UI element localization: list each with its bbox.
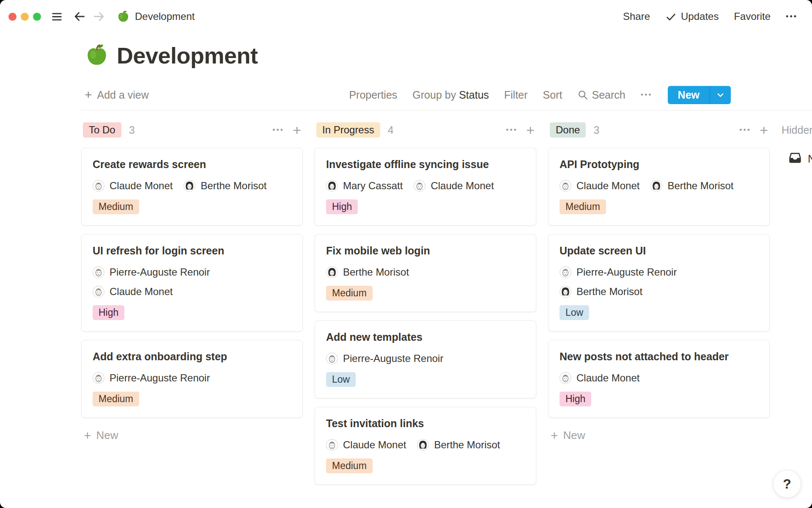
column-count: 3 — [129, 124, 135, 136]
hidden-columns-panel: Hidden No Status — [782, 122, 812, 167]
card-assignees: Pierre-Auguste Renoir Berthe Morisot — [560, 266, 758, 298]
kanban-card[interactable]: Create rewards screen Claude Monet Berth… — [81, 148, 303, 226]
assignee-name: Claude Monet — [576, 372, 639, 384]
sort-button[interactable]: Sort — [543, 89, 562, 101]
card-assignees: Berthe Morisot — [326, 266, 525, 278]
filter-button[interactable]: Filter — [504, 89, 528, 101]
card-assignees: Claude Monet Berthe Morisot — [560, 180, 758, 192]
group-by-button[interactable]: Group byStatus — [412, 89, 489, 101]
app-window: Development Share Updates Favorite ••• D… — [0, 0, 812, 508]
assignee-name: Berthe Morisot — [434, 439, 500, 451]
kanban-card[interactable]: Update screen UI Pierre-Auguste Renoir B… — [548, 234, 770, 331]
column-options-icon[interactable]: ••• — [272, 126, 284, 135]
breadcrumb[interactable]: Development — [117, 10, 195, 23]
help-button[interactable]: ? — [773, 470, 801, 498]
assignee-name: Pierre-Auguste Renoir — [343, 353, 443, 364]
woman-portrait-avatar — [326, 266, 338, 278]
column-cards: API Prototyping Claude Monet Berthe Mori… — [548, 148, 770, 418]
assignee[interactable]: Berthe Morisot — [650, 180, 733, 192]
board: To Do 3 ••• + Create rewards screen Clau… — [0, 110, 812, 493]
assignee[interactable]: Claude Monet — [560, 180, 639, 192]
card-title: Add extra onboarding step — [93, 351, 291, 363]
column-new-button[interactable]: + New — [81, 426, 303, 444]
column-count: 3 — [593, 124, 599, 136]
assignee[interactable]: Claude Monet — [560, 372, 639, 384]
assignee[interactable]: Claude Monet — [414, 180, 494, 192]
hidden-columns-label[interactable]: Hidden — [782, 124, 812, 136]
column-add-card-icon[interactable]: + — [760, 123, 768, 137]
hidden-group-no-status[interactable]: No Status — [788, 151, 812, 167]
assignee[interactable]: Berthe Morisot — [184, 180, 266, 192]
assignee-name: Claude Monet — [110, 286, 173, 298]
kanban-card[interactable]: Add new templates Pierre-Auguste Renoir … — [315, 320, 536, 398]
man-portrait-avatar — [560, 372, 571, 384]
priority-badge: Medium — [93, 392, 139, 406]
kanban-card[interactable]: Add extra onboarding step Pierre-Auguste… — [81, 340, 303, 418]
assignee[interactable]: Pierre-Auguste Renoir — [560, 266, 677, 278]
assignee[interactable]: Pierre-Auguste Renoir — [93, 266, 210, 278]
assignee-name: Claude Monet — [576, 180, 639, 192]
search-button[interactable]: Search — [577, 89, 625, 101]
card-assignees: Pierre-Auguste Renoir — [326, 353, 525, 364]
column-options-icon[interactable]: ••• — [739, 126, 751, 135]
column-new-button[interactable]: + New — [548, 426, 770, 444]
column-status-badge[interactable]: In Progress — [316, 122, 380, 138]
column-header: In Progress 4 ••• + — [315, 122, 536, 138]
new-dropdown-button[interactable] — [710, 86, 731, 104]
priority-badge: Medium — [560, 199, 606, 214]
back-arrow-icon[interactable] — [73, 10, 86, 23]
zoom-window-button[interactable] — [33, 13, 41, 21]
sidebar-toggle-icon[interactable] — [50, 10, 63, 23]
column-status-badge[interactable]: To Do — [83, 122, 121, 138]
forward-arrow-icon[interactable] — [92, 10, 106, 23]
kanban-card[interactable]: Investigate offline syncing issue Mary C… — [315, 148, 536, 226]
kanban-card[interactable]: Fix mobile web login Berthe Morisot Medi… — [315, 234, 536, 312]
new-button[interactable]: New — [668, 86, 710, 104]
kanban-card[interactable]: UI refresh for login screen Pierre-Augus… — [81, 234, 303, 331]
priority-badge: High — [326, 199, 358, 214]
card-title: Add new templates — [326, 331, 525, 343]
card-assignees: Mary Cassatt Claude Monet — [326, 180, 525, 192]
question-mark-icon: ? — [783, 476, 791, 492]
woman-portrait-avatar — [326, 180, 338, 192]
assignee[interactable]: Berthe Morisot — [560, 286, 642, 298]
column-add-card-icon[interactable]: + — [526, 123, 535, 137]
assignee[interactable]: Pierre-Auguste Renoir — [93, 372, 210, 384]
assignee[interactable]: Pierre-Auguste Renoir — [326, 353, 443, 364]
view-more-options-icon[interactable]: ••• — [641, 91, 653, 99]
assignee[interactable]: Claude Monet — [326, 439, 406, 451]
breadcrumb-title: Development — [135, 11, 195, 22]
kanban-card[interactable]: Test invitation links Claude Monet Berth… — [315, 407, 536, 485]
add-view-button[interactable]: + Add a view — [85, 88, 149, 101]
card-title: API Prototyping — [560, 158, 758, 171]
properties-button[interactable]: Properties — [349, 89, 397, 101]
assignee[interactable]: Claude Monet — [93, 286, 173, 298]
page-green-apple-icon[interactable] — [85, 43, 109, 68]
woman-portrait-avatar — [184, 180, 195, 192]
minimize-window-button[interactable] — [21, 13, 29, 21]
kanban-card[interactable]: New posts not attached to header Claude … — [548, 340, 770, 418]
assignee-name: Mary Cassatt — [343, 180, 403, 192]
assignee[interactable]: Claude Monet — [93, 180, 173, 192]
close-window-button[interactable] — [8, 13, 16, 21]
column-status-badge[interactable]: Done — [550, 122, 586, 138]
column-add-card-icon[interactable]: + — [293, 123, 301, 137]
column-options-icon[interactable]: ••• — [506, 126, 518, 135]
card-title: Investigate offline syncing issue — [326, 158, 525, 171]
kanban-card[interactable]: API Prototyping Claude Monet Berthe Mori… — [548, 148, 770, 226]
updates-button[interactable]: Updates — [665, 11, 719, 22]
more-options-icon[interactable]: ••• — [786, 12, 798, 21]
green-apple-icon — [117, 10, 130, 23]
assignee[interactable]: Berthe Morisot — [417, 439, 500, 451]
man-portrait-avatar — [560, 180, 571, 192]
card-assignees: Pierre-Auguste Renoir Claude Monet — [93, 266, 291, 298]
plus-icon: + — [551, 429, 558, 442]
assignee[interactable]: Mary Cassatt — [326, 180, 403, 192]
view-toolbar: + Add a view Properties Group byStatus F… — [0, 84, 812, 106]
card-assignees: Claude Monet — [560, 372, 758, 384]
share-button[interactable]: Share — [623, 11, 650, 22]
favorite-button[interactable]: Favorite — [734, 11, 771, 22]
assignee-name: Pierre-Auguste Renoir — [110, 266, 210, 278]
priority-badge: Low — [560, 305, 589, 320]
assignee[interactable]: Berthe Morisot — [326, 266, 409, 278]
